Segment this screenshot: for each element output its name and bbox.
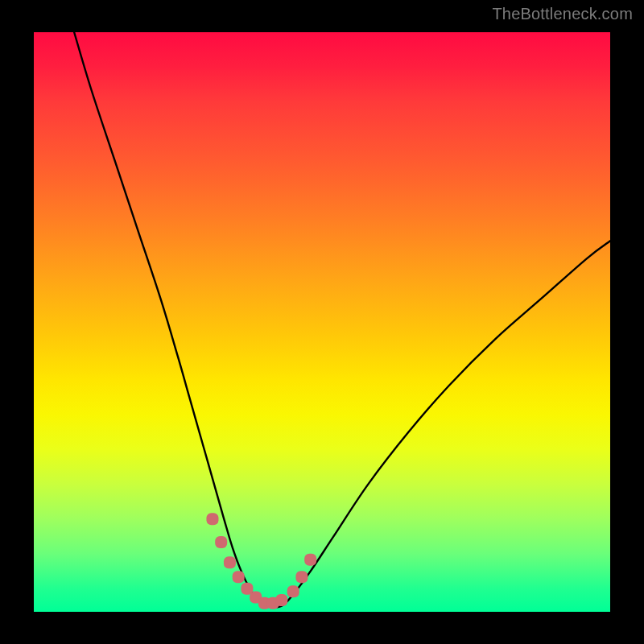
bottleneck-curve-line (74, 32, 610, 607)
v-marker (206, 513, 218, 525)
v-shape-markers (206, 513, 316, 609)
v-marker (304, 554, 316, 566)
v-marker (275, 594, 287, 606)
v-marker (287, 585, 299, 597)
plot-area (34, 32, 610, 612)
v-marker (215, 536, 227, 548)
bottleneck-curve-svg (34, 32, 610, 612)
v-marker (233, 571, 245, 583)
v-marker (295, 571, 308, 583)
chart-frame: TheBottleneck.com (0, 0, 644, 644)
watermark-text: TheBottleneck.com (492, 5, 633, 23)
v-marker (224, 556, 236, 568)
